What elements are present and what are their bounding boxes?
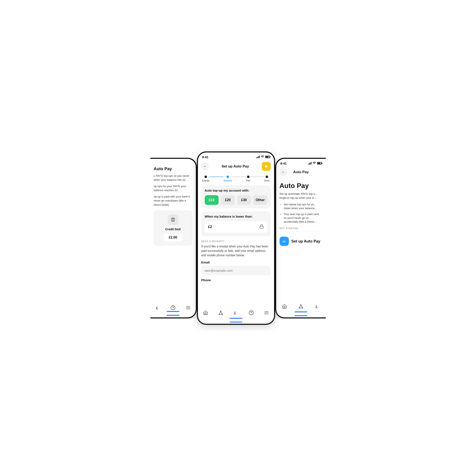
description-3: op-up is paid with your bank ll never go… <box>154 195 192 207</box>
auto-topup-title: Auto top-up my account with: <box>205 189 267 192</box>
nav-header-right: ← Auto Pay <box>276 167 326 178</box>
description-2: op-ups for your PAYG your balance reache… <box>154 184 192 192</box>
step-done: Done <box>264 175 270 182</box>
main-content: Auto top-up my account with: £10 £20 £30… <box>198 185 274 286</box>
battery-icon-right <box>317 162 322 165</box>
bottom-nav-center: £ <box>198 308 274 322</box>
setup-autopay-button[interactable]: ∞ Set up Auto Pay <box>280 235 323 248</box>
svg-text:£: £ <box>316 305 318 309</box>
amount-btn-20[interactable]: £20 <box>221 195 235 205</box>
step-energy: Energy <box>202 175 210 182</box>
step-label-amount: Amount <box>223 179 232 182</box>
credit-limit-label: Credit limit <box>165 228 181 231</box>
svg-line-12 <box>219 312 221 314</box>
time-right: 9:41 <box>280 162 287 165</box>
step-label-done: Done <box>264 179 270 182</box>
svg-text:£: £ <box>156 306 158 310</box>
step-amount: Amount <box>223 175 232 182</box>
svg-line-26 <box>301 305 302 307</box>
svg-line-13 <box>221 312 222 314</box>
menu-nav-icon[interactable] <box>185 305 191 311</box>
phone-label: Phone <box>201 278 271 282</box>
lightning-button[interactable] <box>262 162 271 171</box>
back-button-center[interactable]: ← <box>201 163 209 170</box>
right-phone-content: Auto Pay Set up automatic PAYG top-u... … <box>276 178 326 252</box>
step-pay: Pay <box>246 175 250 182</box>
credit-card: Credit limit £2.00 <box>154 210 192 246</box>
nav-header-center: ← Set up Auto Pay <box>198 160 274 173</box>
balance-value: £2 <box>208 225 212 229</box>
status-bar-right: 9:41 <box>276 159 326 167</box>
bottom-nav-right: £ <box>276 301 326 315</box>
amount-btn-other[interactable]: Other <box>253 195 267 205</box>
amount-btn-10[interactable]: £10 <box>205 195 219 205</box>
svg-point-6 <box>262 157 262 158</box>
svg-marker-7 <box>264 164 268 168</box>
check-icon-1: ✓ <box>280 203 282 206</box>
balance-title: When my balance is lower than: <box>205 215 267 218</box>
auto-pay-description: Set up automatic PAYG top-u... forget to… <box>280 192 323 200</box>
check-item-2: ✓ Your auto top-up is paid card, so you'… <box>280 212 323 224</box>
balance-row: £2 <box>205 221 267 233</box>
check-item-1: ✓ Set repeat top-ups for yo... meter whe… <box>280 203 323 210</box>
svg-rect-8 <box>260 226 263 228</box>
status-icons-center <box>256 155 270 159</box>
help-nav-icon-center[interactable] <box>248 310 254 316</box>
step-label-pay: Pay <box>246 179 250 182</box>
step-line-3 <box>250 177 264 177</box>
wifi-icon <box>261 155 264 159</box>
network-nav-icon[interactable] <box>218 310 224 316</box>
infinity-icon: ∞ <box>280 237 289 246</box>
pound-nav-icon[interactable]: £ <box>155 305 161 311</box>
home-nav-icon[interactable] <box>203 310 208 316</box>
setup-autopay-label: Set up Auto Pay <box>291 239 320 244</box>
svg-text:£: £ <box>234 311 236 315</box>
home-nav-icon-right[interactable] <box>281 304 287 309</box>
check-text-2: Your auto top-up is paid card, so you'll… <box>284 212 323 224</box>
check-text-1: Set repeat top-ups for yo... meter when … <box>284 203 323 210</box>
step-dot-done <box>266 175 268 178</box>
receipt-section: NEED A RECEIPT? If you'd like a receipt … <box>201 239 271 286</box>
pound-nav-icon-right[interactable]: £ <box>314 304 320 309</box>
email-label: Email <box>201 260 271 264</box>
signal-icon <box>256 156 260 158</box>
lock-icon <box>259 224 264 230</box>
svg-line-25 <box>299 305 301 307</box>
trash-icon <box>168 214 178 225</box>
status-bar-center: 9:41 <box>198 153 274 160</box>
divider <box>280 231 323 232</box>
get-started-label: GET STARTED <box>280 227 323 230</box>
balance-card: When my balance is lower than: £2 <box>201 211 271 236</box>
battery-icon <box>265 156 270 158</box>
help-nav-icon[interactable] <box>170 305 176 311</box>
amount-btn-30[interactable]: £30 <box>237 195 251 205</box>
check-icon-2: ✓ <box>280 213 282 216</box>
description-1: c PAYG top-ups so you never when your ba… <box>154 174 192 182</box>
nav-title-right: Auto Pay <box>293 170 309 174</box>
auto-pay-big-title: Auto Pay <box>280 182 323 190</box>
wifi-icon-right <box>313 161 316 165</box>
auto-topup-card: Auto top-up my account with: £10 £20 £30… <box>201 185 271 208</box>
step-dot-amount <box>226 175 229 178</box>
nav-title-center: Set up Auto Pay <box>221 164 249 169</box>
receipt-description: If you'd like a receipt when your Auto P… <box>201 244 271 257</box>
email-input[interactable] <box>201 266 271 275</box>
step-line-1 <box>209 177 223 177</box>
step-line-2 <box>232 177 246 177</box>
menu-nav-icon-center[interactable] <box>263 310 269 316</box>
step-dot-pay <box>247 175 250 178</box>
receipt-label: NEED A RECEIPT? <box>201 240 271 242</box>
progress-steps: Energy Amount Pay Done <box>198 173 274 185</box>
pound-nav-icon-center[interactable]: £ <box>233 310 239 316</box>
amount-buttons-group: £10 £20 £30 Other <box>205 195 267 205</box>
status-icons-right <box>308 161 322 165</box>
bottom-nav-left: £ <box>150 303 196 315</box>
step-label-energy: Energy <box>202 179 210 182</box>
back-button-right[interactable]: ← <box>280 168 287 176</box>
credit-amount: £2.00 <box>164 234 182 241</box>
time-center: 9:41 <box>202 155 208 159</box>
signal-icon-right <box>308 162 311 165</box>
page-title-left: Auto Pay <box>154 166 192 171</box>
network-nav-icon-right[interactable] <box>298 304 304 309</box>
step-dot-energy <box>204 175 207 178</box>
